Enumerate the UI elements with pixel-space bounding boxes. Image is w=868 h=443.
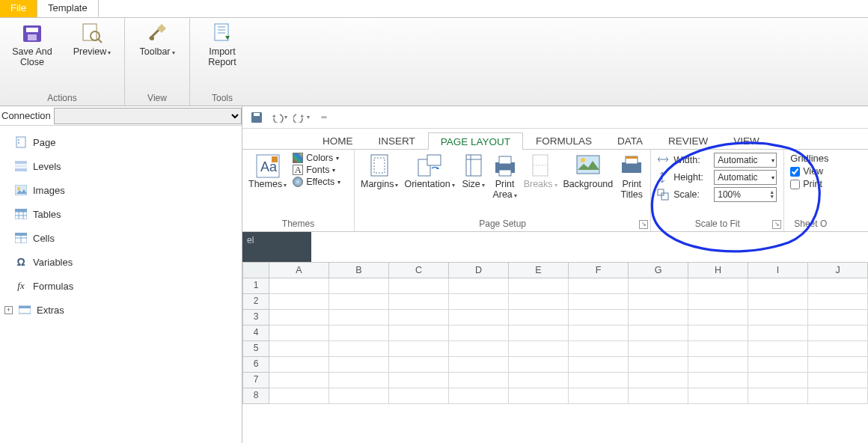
- tab-review[interactable]: REVIEW: [655, 132, 721, 149]
- cell[interactable]: [269, 294, 329, 310]
- tab-file[interactable]: File: [0, 0, 37, 17]
- preview-button[interactable]: Preview: [67, 21, 117, 68]
- cell[interactable]: [808, 278, 868, 294]
- tab-page-layout[interactable]: PAGE LAYOUT: [428, 132, 523, 150]
- cell[interactable]: [748, 341, 808, 357]
- cell[interactable]: [688, 278, 748, 294]
- save-and-close-button[interactable]: Save AndClose: [7, 21, 57, 68]
- tree-item-formulas[interactable]: fx Formulas: [3, 274, 239, 298]
- cell[interactable]: [389, 310, 449, 326]
- cell[interactable]: [808, 294, 868, 310]
- select-all-corner[interactable]: [242, 262, 269, 278]
- background-button[interactable]: Background: [563, 153, 614, 190]
- tree-item-levels[interactable]: Levels: [3, 154, 239, 178]
- cell[interactable]: [269, 373, 329, 388]
- toolbar-button[interactable]: Toolbar: [132, 21, 182, 57]
- cell[interactable]: [509, 294, 569, 310]
- cell[interactable]: [748, 373, 808, 388]
- cell[interactable]: [329, 373, 389, 388]
- themes-button[interactable]: Aa Themes: [248, 153, 287, 190]
- cell[interactable]: [748, 357, 808, 373]
- cell[interactable]: [629, 326, 688, 341]
- cell[interactable]: [269, 388, 329, 404]
- tab-home[interactable]: HOME: [310, 132, 366, 149]
- col-header[interactable]: A: [269, 262, 329, 278]
- gridlines-view-checkbox[interactable]: View: [790, 166, 831, 177]
- cell[interactable]: [569, 357, 629, 373]
- cell[interactable]: [389, 294, 449, 310]
- cell[interactable]: [389, 326, 449, 341]
- cell[interactable]: [688, 388, 748, 404]
- cell[interactable]: [748, 326, 808, 341]
- cell[interactable]: [449, 326, 509, 341]
- expand-icon[interactable]: +: [4, 306, 13, 314]
- fonts-button[interactable]: AFonts▾: [293, 165, 340, 175]
- cell[interactable]: [449, 373, 509, 388]
- print-titles-button[interactable]: PrintTitles: [619, 153, 644, 201]
- cell[interactable]: [688, 294, 748, 310]
- tab-view[interactable]: VIEW: [721, 132, 772, 149]
- cell[interactable]: [509, 341, 569, 357]
- cell[interactable]: [389, 388, 449, 404]
- cell[interactable]: [629, 310, 688, 326]
- cell[interactable]: [329, 294, 389, 310]
- tree-item-variables[interactable]: Ω Variables: [3, 250, 239, 274]
- qat-customize-button[interactable]: ═: [314, 109, 334, 126]
- cell[interactable]: [449, 278, 509, 294]
- scale-spinner[interactable]: 100%▲▼: [714, 187, 777, 202]
- cell[interactable]: [389, 278, 449, 294]
- cell[interactable]: [748, 278, 808, 294]
- row-header[interactable]: 7: [242, 373, 269, 388]
- row-header[interactable]: 8: [242, 388, 269, 404]
- cell[interactable]: [509, 388, 569, 404]
- qat-undo-button[interactable]: ▾: [269, 109, 289, 126]
- cell[interactable]: [569, 310, 629, 326]
- cell[interactable]: [808, 388, 868, 404]
- tab-data[interactable]: DATA: [605, 132, 655, 149]
- cell[interactable]: [449, 341, 509, 357]
- col-header[interactable]: H: [688, 262, 748, 278]
- cell[interactable]: [569, 326, 629, 341]
- row-header[interactable]: 6: [242, 357, 269, 373]
- tab-insert[interactable]: INSERT: [366, 132, 428, 149]
- qat-save-button[interactable]: [247, 109, 266, 126]
- colors-button[interactable]: Colors▾: [293, 153, 340, 163]
- cell[interactable]: [569, 373, 629, 388]
- cell[interactable]: [808, 373, 868, 388]
- row-header[interactable]: 2: [242, 294, 269, 310]
- col-header[interactable]: D: [449, 262, 509, 278]
- cell[interactable]: [449, 388, 509, 404]
- cell[interactable]: [329, 326, 389, 341]
- cell[interactable]: [569, 278, 629, 294]
- qat-redo-button[interactable]: ▾: [292, 109, 311, 126]
- tab-formulas[interactable]: FORMULAS: [523, 132, 605, 149]
- cell[interactable]: [569, 341, 629, 357]
- cell[interactable]: [449, 310, 509, 326]
- cell[interactable]: [329, 388, 389, 404]
- cell[interactable]: [269, 326, 329, 341]
- row-header[interactable]: 5: [242, 341, 269, 357]
- cell[interactable]: [688, 357, 748, 373]
- cell[interactable]: [269, 278, 329, 294]
- row-header[interactable]: 1: [242, 278, 269, 294]
- row-header[interactable]: 4: [242, 326, 269, 341]
- cell[interactable]: [688, 341, 748, 357]
- worksheet-grid[interactable]: A B C D E F G H I J 12345678: [242, 262, 868, 404]
- width-select[interactable]: Automatic▾: [714, 153, 777, 168]
- col-header[interactable]: I: [748, 262, 808, 278]
- cell[interactable]: [269, 341, 329, 357]
- cell[interactable]: [509, 278, 569, 294]
- cell[interactable]: [808, 341, 868, 357]
- tree-item-extras[interactable]: + Extras: [3, 298, 239, 322]
- print-area-button[interactable]: PrintArea: [492, 153, 518, 201]
- breaks-button[interactable]: Breaks: [524, 153, 557, 190]
- cell[interactable]: [329, 310, 389, 326]
- cell[interactable]: [629, 357, 688, 373]
- tree-item-page[interactable]: Page: [3, 130, 239, 154]
- orientation-button[interactable]: Orientation: [404, 153, 454, 190]
- cell[interactable]: [329, 341, 389, 357]
- cell[interactable]: [509, 326, 569, 341]
- size-button[interactable]: Size: [461, 153, 486, 190]
- cell[interactable]: [748, 294, 808, 310]
- cell[interactable]: [808, 357, 868, 373]
